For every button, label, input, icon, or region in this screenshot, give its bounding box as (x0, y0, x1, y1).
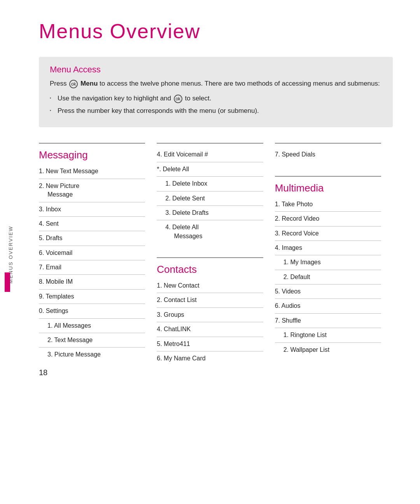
list-item: 1. New Text Message (39, 164, 145, 179)
list-item: 1. My Images (275, 255, 381, 270)
list-item: 6. My Name Card (157, 351, 263, 365)
multimedia-section: Multimedia 1. Take Photo 2. Record Video… (275, 176, 381, 357)
list-item: 2. Wallpaper List (275, 343, 381, 357)
page-number: 18 (39, 368, 47, 377)
list-item: 1. All Messages (39, 319, 145, 333)
list-item: 5. Videos (275, 284, 381, 299)
list-item: 1. New Contact (157, 279, 263, 293)
col-messaging: Messaging 1. New Text Message 2. New Pic… (39, 143, 157, 365)
list-item: 0. Settings (39, 304, 145, 318)
messaging-title: Messaging (39, 149, 145, 161)
col-multimedia: 7. Speed Dials Multimedia 1. Take Photo … (275, 143, 393, 365)
list-item: 2. Contact List (157, 293, 263, 307)
messaging-border: Messaging 1. New Text Message 2. New Pic… (39, 143, 145, 362)
list-item: 1. Take Photo (275, 197, 381, 212)
menu-access-title: Menu Access (50, 65, 382, 75)
list-item: 4. ChatLINK (157, 322, 263, 337)
list-item: 3. Groups (157, 308, 263, 322)
menu-access-item-1: Use the navigation key to highlight and … (50, 93, 382, 104)
ok-icon-2: ok (174, 95, 182, 103)
list-item: *. Delete All (157, 162, 263, 177)
messaging2-border: 4. Edit Voicemail # *. Delete All 1. Del… (157, 143, 263, 243)
list-item: 4. Sent (39, 217, 145, 231)
list-item: 7. Shuffle (275, 314, 381, 328)
columns-area: Messaging 1. New Text Message 2. New Pic… (39, 143, 393, 365)
list-item: 7. Speed Dials (275, 148, 381, 162)
menu-access-item-2: Press the number key that corresponds wi… (50, 106, 382, 116)
contacts-title: Contacts (157, 263, 263, 276)
page-container: Menus Overview Menus Overview Menu Acces… (0, 0, 420, 389)
speed-dials-border: 7. Speed Dials (275, 143, 381, 162)
list-item: 5. Metro411 (157, 337, 263, 351)
messaging-list: 1. New Text Message 2. New Picture Messa… (39, 164, 145, 362)
list-item: 6. Voicemail (39, 246, 145, 260)
list-item: 3. Picture Message (39, 348, 145, 362)
list-item: 4. Delete All Messages (157, 220, 263, 243)
list-item: 9. Templates (39, 290, 145, 304)
list-item: 6. Audios (275, 299, 381, 313)
messaging2-list: 4. Edit Voicemail # *. Delete All 1. Del… (157, 148, 263, 243)
list-item: 8. Mobile IM (39, 275, 145, 289)
ok-icon: ok (69, 80, 78, 88)
list-item: 3. Delete Drafts (157, 206, 263, 220)
speed-dials-list: 7. Speed Dials (275, 148, 381, 162)
list-item: 2. Delete Sent (157, 191, 263, 206)
list-item: 7. Email (39, 260, 145, 275)
col-messaging2-contacts: 4. Edit Voicemail # *. Delete All 1. Del… (157, 143, 275, 365)
list-item: 3. Inbox (39, 202, 145, 217)
sidebar-bar (5, 272, 10, 292)
list-item: 2. Text Message (39, 333, 145, 348)
list-item: 2. New Picture Message (39, 179, 145, 202)
page-title: Menus Overview (39, 19, 393, 43)
menu-access-intro: Press ok Menu to access the twelve phone… (50, 79, 382, 89)
list-item: 2. Record Video (275, 212, 381, 226)
list-item: 1. Ringtone List (275, 328, 381, 342)
list-item: 3. Record Voice (275, 227, 381, 241)
contacts-section: Contacts 1. New Contact 2. Contact List … (157, 257, 263, 365)
list-item: 2. Default (275, 270, 381, 284)
list-item: 5. Drafts (39, 231, 145, 246)
multimedia-list: 1. Take Photo 2. Record Video 3. Record … (275, 197, 381, 357)
menu-access-box: Menu Access Press ok Menu to access the … (39, 57, 393, 127)
list-item: 4. Edit Voicemail # (157, 148, 263, 162)
contacts-list: 1. New Contact 2. Contact List 3. Groups… (157, 279, 263, 365)
list-item: 1. Delete Inbox (157, 177, 263, 191)
list-item: 4. Images (275, 241, 381, 255)
multimedia-title: Multimedia (275, 182, 381, 194)
menu-access-list: Use the navigation key to highlight and … (50, 93, 382, 116)
